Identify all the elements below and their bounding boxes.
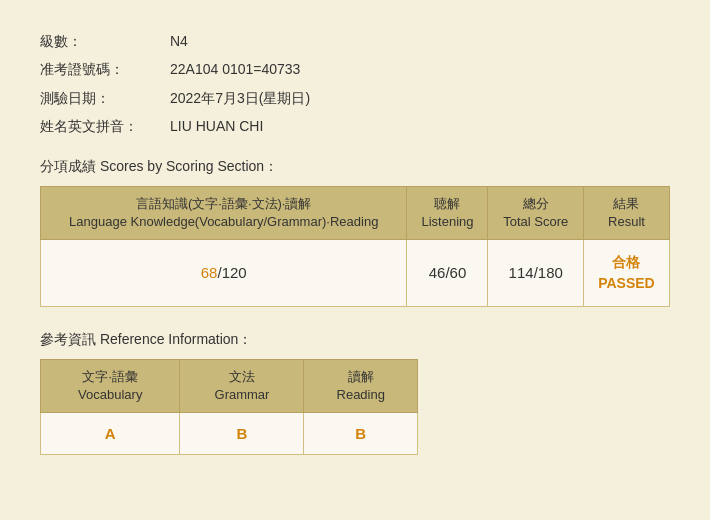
vocab-grade: A [41,413,180,455]
col-listening: 聴解 Listening [407,186,488,239]
total-max: 180 [538,264,563,281]
info-section: 級數： N4 准考證號碼： 22A104 0101=40733 測驗日期： 20… [40,30,670,138]
language-max: 120 [222,264,247,281]
listening-score: 46 [429,264,446,281]
reference-title: 參考資訊 Reference Information： [40,331,670,349]
total-score: 114 [509,264,534,281]
scores-data-row: 68/120 46/60 114/180 合格 PASSED [41,239,670,306]
exam-no-value: 22A104 0101=40733 [170,58,300,80]
scores-section: 分項成績 Scores by Scoring Section： 言語知識(文字·… [40,158,670,307]
name-row: 姓名英文拼音： LIU HUAN CHI [40,115,670,137]
scores-title: 分項成績 Scores by Scoring Section： [40,158,670,176]
grammar-grade: B [180,413,304,455]
language-score-cell: 68/120 [41,239,407,306]
col-vocab: 文字·語彙 Vocabulary [41,359,180,412]
scores-header-row: 言語知識(文字·語彙·文法)·讀解 Language Knowledge(Voc… [41,186,670,239]
listening-score-cell: 46/60 [407,239,488,306]
date-row: 測驗日期： 2022年7月3日(星期日) [40,87,670,109]
col-reading: 讀解 Reading [304,359,418,412]
ref-header-row: 文字·語彙 Vocabulary 文法 Grammar 讀解 Reading [41,359,418,412]
name-label: 姓名英文拼音： [40,115,170,137]
total-score-cell: 114/180 [488,239,583,306]
reference-table: 文字·語彙 Vocabulary 文法 Grammar 讀解 Reading A… [40,359,418,455]
exam-no-label: 准考證號碼： [40,58,170,80]
result-value: 合格 PASSED [594,252,659,294]
ref-data-row: A B B [41,413,418,455]
level-row: 級數： N4 [40,30,670,52]
col-total: 總分 Total Score [488,186,583,239]
reading-grade: B [304,413,418,455]
col-grammar: 文法 Grammar [180,359,304,412]
result-cell: 合格 PASSED [583,239,669,306]
reference-section: 參考資訊 Reference Information： 文字·語彙 Vocabu… [40,331,670,455]
date-label: 測驗日期： [40,87,170,109]
language-score: 68 [201,264,218,281]
listening-max: 60 [450,264,467,281]
col-result: 結果 Result [583,186,669,239]
level-value: N4 [170,30,188,52]
date-value: 2022年7月3日(星期日) [170,87,310,109]
scores-table: 言語知識(文字·語彙·文法)·讀解 Language Knowledge(Voc… [40,186,670,307]
col-language: 言語知識(文字·語彙·文法)·讀解 Language Knowledge(Voc… [41,186,407,239]
level-label: 級數： [40,30,170,52]
name-value: LIU HUAN CHI [170,115,263,137]
exam-no-row: 准考證號碼： 22A104 0101=40733 [40,58,670,80]
